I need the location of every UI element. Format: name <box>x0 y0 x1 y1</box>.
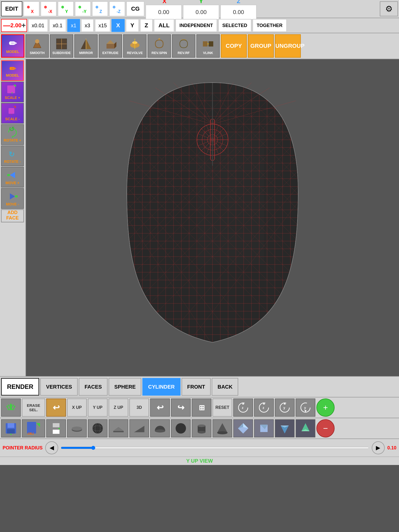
sphere-shape-button[interactable] <box>88 419 108 437</box>
gem-blue-shape-button[interactable] <box>275 419 295 437</box>
ungroup-button[interactable]: UNGROUP <box>275 34 301 58</box>
mirror-tool-button[interactable]: MIRROR <box>74 34 98 58</box>
scale-minus: — <box>3 21 10 30</box>
y-neg-axis-button[interactable]: ⊕-Y <box>75 1 91 16</box>
copy-button[interactable]: COPY <box>221 34 247 58</box>
independent-mode-button[interactable]: INDEPENDENT <box>175 19 217 32</box>
scale-x3-button[interactable]: x3 <box>81 19 94 32</box>
move-plus-side-button[interactable]: MOVE + <box>1 167 24 188</box>
group-button[interactable]: GROUP <box>248 34 274 58</box>
faces-button[interactable]: FACES <box>79 378 108 396</box>
cg-button[interactable]: CG <box>126 1 144 16</box>
rotate-minus-side-button[interactable]: ↻ ROTATE - <box>1 145 24 166</box>
slope-shape-button[interactable] <box>129 419 149 437</box>
z-neg-axis-button[interactable]: ⊕-Z <box>109 1 125 16</box>
together-mode-button[interactable]: TOGETHER <box>252 19 287 32</box>
scale-minus-side-button[interactable]: - SCALE - <box>1 103 24 124</box>
move-button[interactable]: ⊞ <box>192 398 211 417</box>
selected-mode-button[interactable]: SELECTED <box>218 19 251 32</box>
axis-y-filter-button[interactable]: Y <box>126 19 139 32</box>
y-coord-input[interactable] <box>183 5 219 20</box>
axis-z-filter-button[interactable]: Z <box>140 19 153 32</box>
model-side-button[interactable]: ✏ MODEL <box>1 60 24 81</box>
nav-left-button[interactable]: ◀ <box>45 441 58 454</box>
add-button[interactable]: + <box>316 398 335 417</box>
nav-right-button[interactable]: ▶ <box>372 441 385 454</box>
undo-button[interactable]: ↩ <box>46 398 66 417</box>
erase-sel-button[interactable]: ERASESEL. <box>22 398 45 417</box>
model-tool-button[interactable]: ✏ MODEL <box>1 34 24 58</box>
smooth-tool-button[interactable]: SMOOTH <box>25 34 49 58</box>
revspin-tool-button[interactable]: REV.SPIN <box>148 34 171 58</box>
add-face-button[interactable]: ADD FACE <box>1 209 24 222</box>
scale-x01-button[interactable]: x0.1 <box>49 19 66 32</box>
revolve-tool-button[interactable]: REVOLVE <box>123 34 147 58</box>
3d-label: 3D <box>137 405 142 410</box>
flat-shape-icon <box>70 422 83 435</box>
save-button[interactable] <box>1 419 21 437</box>
rotate-y-ccw-button[interactable]: y <box>296 398 315 417</box>
rotate-z-ccw-button[interactable]: z <box>254 398 274 417</box>
rotate-plus-side-button[interactable]: ↺ ROTATE + <box>1 124 24 145</box>
revrf-tool-button[interactable]: REV.RF <box>172 34 195 58</box>
front-button[interactable]: FRONT <box>182 378 211 396</box>
full-sphere-shape-button[interactable] <box>171 419 191 437</box>
rotate-z-cw-button[interactable]: z <box>233 398 253 417</box>
render-toolbar: RENDER VERTICES FACES SPHERE CYLINDER FR… <box>0 376 399 397</box>
slope-shape-icon <box>133 422 146 435</box>
reset-button[interactable]: RESET <box>212 398 232 417</box>
cylinder-shape-button[interactable] <box>192 419 211 437</box>
scale-x1-button[interactable]: x1 <box>67 19 80 32</box>
x-neg-axis-button[interactable]: ⊕-X <box>41 1 57 16</box>
yup-button[interactable]: Y UP <box>88 398 108 417</box>
y-coord-group: Y <box>183 0 219 20</box>
pointer-radius-slider[interactable] <box>61 446 369 449</box>
xup-button[interactable]: X UP <box>67 398 87 417</box>
zup-button[interactable]: Z UP <box>109 398 128 417</box>
crystal-right-shape-button[interactable] <box>254 419 274 437</box>
x-coord-input[interactable] <box>145 5 182 20</box>
svg-text:-Z: -Z <box>117 9 121 14</box>
z-axis-button[interactable]: ⊕Z <box>92 1 108 16</box>
recycle-button[interactable] <box>1 398 21 417</box>
z-coord-input[interactable] <box>220 5 257 20</box>
settings-button[interactable]: ⚙ <box>380 1 398 16</box>
scale-plus[interactable]: + <box>22 21 26 30</box>
redo-button[interactable]: ↪ <box>171 398 191 417</box>
print-button[interactable] <box>46 419 66 437</box>
y-axis-button[interactable]: ⊕Y <box>58 1 74 16</box>
halfsphere-shape-button[interactable] <box>150 419 170 437</box>
vlink-tool-button[interactable]: VLINK <box>196 34 220 58</box>
3d-viewport[interactable] <box>26 59 399 376</box>
remove-button[interactable]: − <box>316 419 335 437</box>
render-button[interactable]: RENDER <box>1 378 39 396</box>
axis-x-filter-button[interactable]: X <box>111 19 125 32</box>
scale-x001-button[interactable]: x0.01 <box>28 19 48 32</box>
cone-shape-button[interactable] <box>212 419 232 437</box>
obj-export-button[interactable]: .OBJ <box>22 419 45 437</box>
crystal-up-shape-button[interactable] <box>233 419 253 437</box>
gem-up-shape-button[interactable] <box>296 419 315 437</box>
svg-rect-177 <box>53 430 59 434</box>
axis-all-filter-button[interactable]: ALL <box>154 19 174 32</box>
extrude-tool-button[interactable]: EXTRUDE <box>99 34 122 58</box>
move-minus-side-button[interactable]: MOVE - <box>1 188 24 209</box>
sphere-button[interactable]: SPHERE <box>109 378 141 396</box>
reset-label: RESET <box>215 405 229 410</box>
undo2-button[interactable]: ↩ <box>150 398 170 417</box>
crystal-right-shape-icon <box>257 422 270 435</box>
model-tool-icon: ✏ <box>9 38 17 49</box>
vertices-button[interactable]: VERTICES <box>40 378 78 396</box>
print-icon <box>50 422 63 435</box>
back-button[interactable]: BACK <box>212 378 238 396</box>
x-axis-button[interactable]: ⊕X <box>23 1 39 16</box>
cylinder-button[interactable]: CYLINDER <box>142 378 180 396</box>
flat2-shape-button[interactable] <box>109 419 128 437</box>
3d-button[interactable]: 3D <box>129 398 149 417</box>
edit-button[interactable]: EDIT <box>1 1 22 16</box>
rotate-y-cw-button[interactable]: y <box>275 398 295 417</box>
scale-x15-button[interactable]: x15 <box>95 19 110 32</box>
flat-shape-button[interactable] <box>67 419 87 437</box>
subdivide-tool-button[interactable]: SUBDIVIDE <box>50 34 73 58</box>
scale-plus-side-button[interactable]: + SCALE + <box>1 82 24 102</box>
